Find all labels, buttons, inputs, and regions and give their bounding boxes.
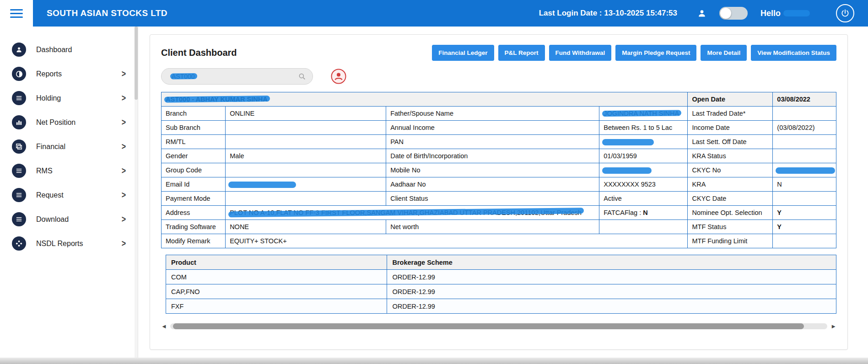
client-status-label: Client Status: [386, 192, 599, 206]
last-sett-off-value: [773, 135, 836, 149]
sidebar-item-download[interactable]: Download >: [0, 207, 138, 231]
open-date-label: Open Date: [688, 92, 773, 107]
pl-report-button[interactable]: P&L Report: [498, 45, 545, 61]
modify-remark-value: EQUITY+ STOCK+: [226, 234, 688, 248]
search-value: AST000: [172, 73, 195, 80]
table-row: FXF ORDER-12.99: [166, 299, 836, 314]
mtf-status-label: MTF Status: [688, 220, 773, 234]
horizontal-scrollbar: ◄ ►: [161, 323, 836, 330]
scroll-left-arrow[interactable]: ◄: [161, 323, 167, 330]
user-icon: [12, 43, 26, 57]
sidebar-item-nsdl-reports[interactable]: NSDL Reports >: [0, 231, 138, 256]
search-icon: [298, 72, 306, 80]
kra-status-value: [773, 149, 836, 163]
logout-button[interactable]: [836, 4, 854, 22]
request-icon: [12, 188, 26, 202]
kra-label: KRA: [688, 177, 773, 192]
sidebar-item-label: RMS: [36, 167, 53, 175]
client-search-input[interactable]: AST000: [161, 68, 313, 85]
group-code-value: [226, 163, 386, 177]
father-spouse-value: JOGINDRA NATH SINHA: [599, 107, 688, 121]
address-label: Address: [162, 206, 226, 220]
modify-remark-label: Modify Remark: [162, 234, 226, 248]
action-buttons: Financial Ledger P&L Report Fund Withdra…: [432, 45, 836, 61]
income-date-label: Income Date: [688, 121, 773, 135]
father-spouse-label: Father/Spouse Name: [386, 107, 599, 121]
trading-software-label: Trading Software: [162, 220, 226, 234]
window-bottom-edge: [0, 358, 868, 364]
margin-pledge-request-button[interactable]: Margin Pledge Request: [615, 45, 696, 61]
chevron-right-icon: >: [122, 69, 126, 79]
sidebar-item-financial[interactable]: Financial >: [0, 134, 138, 159]
mobile-label: Mobile No: [386, 163, 599, 177]
dob-label: Date of Birth/Incorporation: [386, 149, 599, 163]
holding-icon: [12, 91, 26, 105]
payment-mode-value: [226, 192, 386, 206]
sidebar-item-net-position[interactable]: Net Position >: [0, 110, 138, 134]
client-alert-button[interactable]: [330, 68, 347, 85]
redaction-scribble: [604, 139, 652, 145]
more-detail-button[interactable]: More Detail: [701, 45, 747, 61]
redaction-scribble: JOGINDRA NATH SINHA: [604, 110, 679, 118]
rm-tl-label: RM/TL: [162, 135, 226, 149]
app-page: SOUTH ASIAN STOCKS LTD Last Login Date :…: [0, 0, 868, 364]
hamburger-icon: [10, 7, 23, 20]
fund-withdrawal-button[interactable]: Fund Withdrawal: [549, 45, 612, 61]
download-icon: [12, 212, 26, 226]
greeting: Hello: [760, 9, 808, 18]
scroll-right-arrow[interactable]: ►: [830, 323, 836, 330]
sidebar-scrollbar[interactable]: [135, 27, 138, 358]
financial-ledger-button[interactable]: Financial Ledger: [432, 45, 494, 61]
sidebar-item-label: Holding: [36, 94, 61, 102]
product-cell: COM: [166, 270, 387, 284]
ckyc-no-label: CKYC No: [688, 163, 773, 177]
mobile-value: [599, 163, 688, 177]
income-date-value: (03/08/2022): [773, 121, 836, 135]
mtf-status-value: Y: [773, 220, 836, 234]
reports-icon: [12, 67, 26, 81]
branch-label: Branch: [162, 107, 226, 121]
redaction-scribble: AST000 - ABHAY KUMAR SINHA: [166, 96, 268, 103]
app-header: SOUTH ASIAN STOCKS LTD Last Login Date :…: [0, 0, 868, 27]
sidebar-item-request[interactable]: Request >: [0, 183, 138, 207]
brand-title: SOUTH ASIAN STOCKS LTD: [47, 8, 167, 18]
horizontal-scrollbar-thumb[interactable]: [173, 323, 804, 329]
ckyc-date-label: CKYC Date: [688, 192, 773, 206]
sidebar-item-reports[interactable]: Reports >: [0, 62, 138, 86]
branch-value: ONLINE: [226, 107, 386, 121]
brokerage-scheme-header: Brokerage Scheme: [387, 255, 836, 270]
redaction-scribble: [777, 167, 833, 174]
payment-mode-label: Payment Mode: [162, 192, 226, 206]
sidebar-item-label: Reports: [36, 70, 62, 78]
sidebar-item-rms[interactable]: RMS >: [0, 159, 138, 183]
redaction-scribble: PLOT NO A-10,FLAT NO FF-3 FIRST FLOOR,SA…: [230, 209, 582, 217]
ckyc-date-value: [773, 192, 836, 206]
sidebar-scrollbar-thumb[interactable]: [135, 27, 138, 100]
table-row: COM ORDER-12.99: [166, 270, 836, 284]
sidebar-item-label: Request: [36, 191, 64, 199]
sidebar-item-label: Dashboard: [36, 46, 72, 54]
sub-branch-label: Sub Branch: [162, 121, 226, 135]
greeting-text: Hello: [760, 9, 781, 18]
chevron-right-icon: >: [122, 141, 126, 152]
mtf-funding-label: MTF Funding Limit: [688, 234, 773, 248]
client-name-cell: AST000 - ABHAY KUMAR SINHA: [162, 92, 688, 107]
aadhaar-value: XXXXXXXX 9523: [599, 177, 688, 192]
sidebar: Dashboard Reports > Holding >: [0, 27, 138, 358]
net-worth-value: [599, 220, 688, 234]
product-cell: FXF: [166, 299, 387, 314]
client-status-value: Active: [599, 192, 688, 206]
annual-income-label: Annual Income: [386, 121, 599, 135]
sidebar-item-label: Download: [36, 215, 69, 224]
horizontal-scrollbar-track[interactable]: [170, 323, 827, 329]
theme-toggle[interactable]: [719, 7, 748, 20]
user-icon[interactable]: [697, 9, 706, 18]
red-person-icon: [330, 68, 347, 85]
sidebar-item-holding[interactable]: Holding >: [0, 86, 138, 110]
hamburger-menu-button[interactable]: [0, 0, 33, 27]
sidebar-item-dashboard[interactable]: Dashboard: [0, 37, 138, 62]
view-modification-status-button[interactable]: View Modification Status: [751, 45, 836, 61]
financial-icon: [12, 139, 26, 154]
power-icon: [841, 9, 850, 18]
fatca-flag-value: N: [643, 209, 647, 216]
